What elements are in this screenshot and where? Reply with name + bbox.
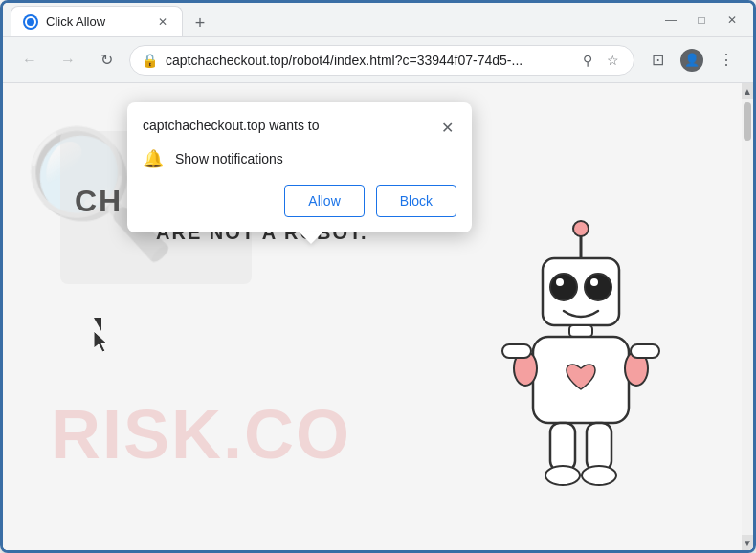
minimize-button[interactable]: —: [657, 7, 684, 33]
profile-avatar: 👤: [680, 49, 703, 72]
window-controls: — □ ✕: [657, 7, 745, 33]
cast-icon[interactable]: ⊡: [642, 45, 673, 76]
reload-button[interactable]: ↻: [91, 45, 122, 76]
search-icon[interactable]: ⚲: [578, 51, 597, 70]
back-button[interactable]: ←: [14, 45, 45, 76]
lock-icon: 🔒: [142, 53, 158, 68]
bell-icon: 🔔: [143, 148, 164, 169]
browser-window: Click Allow ✕ + — □ ✕ ← → ↻ 🔒 captchache…: [0, 0, 756, 553]
tab-title: Click Allow: [46, 14, 147, 29]
popup-arrow: [300, 232, 322, 244]
svg-rect-12: [631, 344, 659, 358]
new-tab-button[interactable]: +: [187, 10, 213, 36]
watermark-text: RISK.CO: [51, 395, 351, 474]
close-button[interactable]: ✕: [719, 7, 745, 33]
menu-button[interactable]: ⋮: [711, 45, 742, 76]
ch-partial-text: CH: [75, 184, 122, 219]
svg-point-16: [582, 466, 616, 485]
svg-point-15: [545, 466, 580, 485]
svg-rect-13: [550, 423, 575, 471]
tabs-area: Click Allow ✕ +: [11, 3, 650, 36]
scroll-up-button[interactable]: ▲: [742, 83, 753, 99]
block-button[interactable]: Block: [376, 185, 456, 217]
tab-close-button[interactable]: ✕: [155, 14, 170, 30]
toolbar: ← → ↻ 🔒 captchacheckout.top/robot4/index…: [3, 37, 753, 83]
allow-button[interactable]: Allow: [284, 185, 364, 217]
active-tab[interactable]: Click Allow ✕: [11, 6, 183, 36]
svg-rect-7: [569, 325, 592, 337]
scroll-thumb[interactable]: [744, 102, 751, 141]
address-icons: ⚲ ☆: [578, 51, 622, 70]
maximize-button[interactable]: □: [688, 7, 715, 33]
notification-label: Show notifications: [175, 151, 283, 166]
popup-buttons: Allow Block: [143, 185, 456, 217]
svg-point-1: [573, 221, 589, 236]
title-bar: Click Allow ✕ + — □ ✕: [3, 3, 753, 37]
svg-marker-17: [94, 331, 107, 352]
address-bar[interactable]: 🔒 captchacheckout.top/robot4/index.html?…: [129, 45, 634, 76]
popup-title: captchacheckout.top wants to: [143, 118, 319, 133]
scroll-down-button[interactable]: ▼: [742, 535, 753, 550]
svg-rect-14: [587, 423, 611, 471]
svg-point-3: [550, 274, 577, 300]
profile-button[interactable]: 👤: [677, 45, 707, 76]
scrollbar[interactable]: ▲ ▼: [742, 83, 753, 550]
robot-illustration: [485, 215, 715, 541]
notification-popup: captchacheckout.top wants to ✕ 🔔 Show no…: [127, 102, 472, 232]
url-text: captchacheckout.top/robot4/index.html?c=…: [166, 53, 570, 68]
toolbar-right: ⊡ 👤 ⋮: [642, 45, 742, 76]
svg-point-4: [585, 274, 611, 300]
svg-rect-11: [502, 344, 531, 358]
tab-favicon-icon: [23, 14, 38, 30]
popup-close-button[interactable]: ✕: [437, 118, 456, 137]
popup-notification-row: 🔔 Show notifications: [143, 148, 456, 169]
page-content: 🔍 CH ARE NOT A ROBOT. RISK.CO: [3, 83, 753, 550]
bookmark-icon[interactable]: ☆: [603, 51, 622, 70]
popup-header: captchacheckout.top wants to ✕: [143, 118, 456, 137]
forward-button[interactable]: →: [53, 45, 83, 76]
svg-point-6: [590, 278, 598, 286]
svg-point-5: [556, 278, 564, 286]
